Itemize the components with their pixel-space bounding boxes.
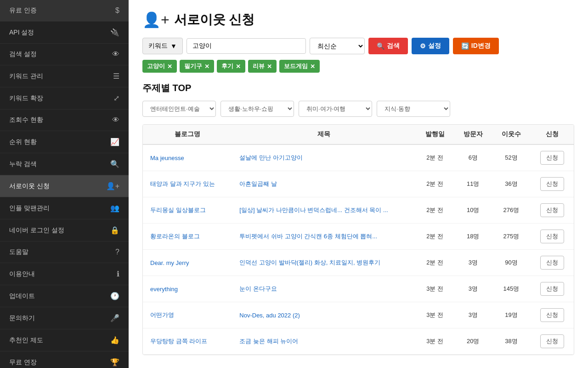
category-select-cat-knowledge[interactable]: 지식·동향 [377,101,450,117]
sidebar-item-label: 도움말 [9,248,28,256]
sidebar-item-label: 누락 검색 [9,160,37,168]
tag-remove-icon[interactable]: ✕ [310,63,315,70]
apply-button[interactable]: 신청 [540,282,564,296]
col-header-방문자: 방문자 [454,125,492,144]
tag-tag-cat: 고양이✕ [142,60,177,73]
table-body: Ma jeunesse설날에 만난 아기고양이2분 전6명52명신청태양과 달과… [143,144,574,355]
sidebar-item-influencer-mgmt[interactable]: 인플 맞팬관리 👥 [0,197,129,219]
apply-button[interactable]: 신청 [540,151,564,165]
sidebar-item-search-settings[interactable]: 검색 설정 👁 [0,44,129,65]
search-button[interactable]: 🔍 검색 [368,38,408,54]
page-title: 서로이웃 신청 [174,11,255,29]
date-cell: 2분 전 [416,171,454,197]
apply-button[interactable]: 신청 [540,308,564,322]
sidebar-item-icon: 👁 [112,50,119,58]
id-change-button[interactable]: 🔄 ID변경 [453,38,499,54]
title-cell: 투비펫에서 쉬바 고양이 간식캔 6종 체험단에 뽑혀... [232,224,416,250]
sidebar-item-icon: 🔒 [110,226,119,235]
apply-button[interactable]: 신청 [540,203,564,217]
date-cell: 2분 전 [416,144,454,171]
title-link[interactable]: 투비펫에서 쉬바 고양이 간식캔 6종 체험단에 뽑혀... [239,233,377,240]
keyword-type-select[interactable]: 키워드 ▼ [142,38,183,54]
sidebar-item-usage-guide[interactable]: 이용안내 ℹ [0,263,129,285]
blog-name-link[interactable]: Dear. my Jerry [150,259,189,266]
blog-name-cell: Ma jeunesse [143,144,232,171]
sidebar-item-rank-status[interactable]: 순위 현황 📈 [0,131,129,153]
sidebar-item-keyword-mgmt[interactable]: 키워드 관리 ☰ [0,65,129,87]
apply-button[interactable]: 신청 [540,334,564,348]
apply-cell: 신청 [531,171,574,197]
visitors-cell: 11명 [454,171,492,197]
sidebar-item-keyword-expand[interactable]: 키워드 확장 ⤢ [0,87,129,109]
table-row: 황로라온의 블로그투비펫에서 쉬바 고양이 간식캔 6종 체험단에 뽑혀...2… [143,224,574,250]
sidebar-item-label: 네이버 로그인 설정 [9,226,64,235]
blog-name-cell: 어떤가영 [143,302,232,328]
blog-name-link[interactable]: 두리몽실 일상블로그 [150,207,206,213]
neighbors-cell: 276명 [492,197,530,224]
sort-select[interactable]: 최신순인기순조회순 [310,38,365,54]
keyword-input[interactable] [187,38,306,54]
title-link[interactable]: 설날에 만난 아기고양이 [239,154,302,161]
page-title-row: 👤+ 서로이웃 신청 [142,11,574,29]
tag-remove-icon[interactable]: ✕ [204,63,209,70]
category-select-cat-entertainment[interactable]: 엔터테인먼트·예술 [142,101,216,117]
apply-cell: 신청 [531,302,574,328]
neighbors-cell: 90명 [492,250,530,276]
table-row: 두리몽실 일상블로그[일상] 날씨가 나만큼이나 변덕스럽네... 건조해서 목… [143,197,574,224]
apply-button[interactable]: 신청 [540,256,564,270]
title-link[interactable]: 조금 늦은 해피 뉴이어 [239,338,298,345]
sidebar-item-naver-login[interactable]: 네이버 로그인 설정 🔒 [0,219,129,242]
col-header-이웃수: 이웃수 [492,125,530,144]
sidebar-item-inquiry[interactable]: 문의하기 🎤 [0,307,129,329]
section-title: 주제별 TOP [142,82,574,94]
sidebar-item-label: 추천인 제도 [9,336,43,345]
tag-remove-icon[interactable]: ✕ [267,63,272,70]
tag-tag-board: 보드게임✕ [279,60,320,73]
title-link[interactable]: 눈이 온다구요 [239,285,277,292]
sidebar-item-referral[interactable]: 추천인 제도 👍 [0,329,129,351]
sidebar-item-neighbor-request[interactable]: 서로이웃 신청 👤+ [0,175,129,197]
table-row: 우당탕탕 금쪽 라이프조금 늦은 해피 뉴이어3분 전20명38명신청 [143,328,574,355]
date-cell: 2분 전 [416,224,454,250]
blog-name-link[interactable]: 황로라온의 블로그 [150,233,200,240]
sidebar-item-payment-auth[interactable]: 유료 인증 $ [0,0,129,22]
blog-name-cell: 황로라온의 블로그 [143,224,232,250]
sidebar-item-icon: 👁 [112,116,119,124]
blog-name-cell: 태양과 달과 지구가 있는 [143,171,232,197]
sidebar-item-icon: 🔍 [110,160,119,168]
sidebar-item-missing-search[interactable]: 누락 검색 🔍 [0,153,129,175]
title-link[interactable]: Nov-Des, adu 2022 (2) [239,312,300,319]
sidebar-item-help[interactable]: 도움말 ? [0,242,129,263]
blog-name-link[interactable]: Ma jeunesse [150,155,184,161]
apply-button[interactable]: 신청 [540,177,564,191]
sidebar-item-view-status[interactable]: 조회수 현황 👁 [0,109,129,131]
title-link[interactable]: [일상] 날씨가 나만큼이나 변덕스럽네... 건조해서 목이 ... [239,207,388,213]
gear-icon: ⚙ [420,42,426,50]
tag-remove-icon[interactable]: ✕ [167,63,172,70]
apply-cell: 신청 [531,276,574,302]
title-link[interactable]: 아흔일곱째 날 [239,180,277,187]
title-link[interactable]: 인덕선 고양이 발바닥(젤리) 화상, 치료일지, 병원후기 [239,259,380,266]
tag-remove-icon[interactable]: ✕ [236,63,241,70]
title-cell: 인덕선 고양이 발바닥(젤리) 화상, 치료일지, 병원후기 [232,250,416,276]
sidebar-item-label: 순위 현황 [9,138,37,146]
tag-tag-review2: 리뷰✕ [248,60,277,73]
table-header: 블로그명제목발행일방문자이웃수신청 [143,125,574,144]
page-title-icon: 👤+ [142,11,170,29]
neighbors-cell: 38명 [492,328,530,355]
category-select-cat-hobby[interactable]: 취미·여가·여행 [299,101,372,117]
blog-name-link[interactable]: 태양과 달과 지구가 있는 [150,180,215,187]
sidebar-item-free-extend[interactable]: 무료 연장 🏆 [0,351,129,368]
tag-label: 고양이 [147,62,165,70]
sidebar-item-update[interactable]: 업데이트 🕐 [0,285,129,307]
sidebar-item-label: 검색 설정 [9,50,37,58]
settings-button[interactable]: ⚙ 설정 [412,38,449,54]
category-select-cat-life[interactable]: 생활·노하우·쇼핑 [220,101,294,117]
blog-name-link[interactable]: 어떤가영 [150,311,174,318]
blog-name-link[interactable]: everything [150,286,178,293]
title-cell: 설날에 만난 아기고양이 [232,144,416,171]
apply-button[interactable]: 신청 [540,230,564,243]
visitors-cell: 6명 [454,144,492,171]
blog-name-link[interactable]: 우당탕탕 금쪽 라이프 [150,338,207,345]
sidebar-item-api-settings[interactable]: API 설정 🔌 [0,22,129,44]
